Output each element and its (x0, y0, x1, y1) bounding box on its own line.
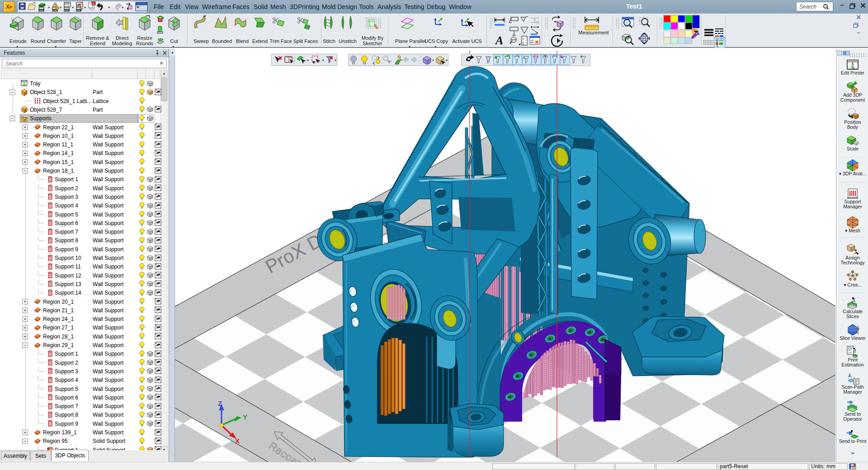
svg-text:Lattice: Lattice (93, 98, 109, 104)
svg-text:MM: MM (65, 8, 70, 11)
svg-text:Wall Support: Wall Support (93, 263, 124, 270)
svg-text:Region 27_1: Region 27_1 (43, 324, 74, 331)
svg-text:▾: ▾ (108, 5, 110, 9)
svg-text:Part: Part (93, 107, 103, 113)
svg-text:Wall Support: Wall Support (93, 273, 124, 279)
svg-text:Wall Support: Wall Support (93, 229, 124, 235)
svg-text:Support 14: Support 14 (55, 290, 81, 296)
svg-text:Wall Support: Wall Support (93, 360, 124, 366)
svg-text:▾: ▾ (446, 58, 448, 62)
svg-text:Wall Support: Wall Support (93, 299, 124, 305)
svg-text:Region 15_1: Region 15_1 (43, 159, 74, 165)
svg-text:Wall Support: Wall Support (93, 307, 124, 314)
svg-text:▾: ▾ (432, 58, 434, 62)
svg-text:A: A (495, 34, 503, 47)
svg-text:▾: ▾ (72, 5, 74, 9)
svg-text:Wall Support: Wall Support (93, 395, 124, 401)
svg-text:Region 139_1: Region 139_1 (43, 429, 77, 436)
svg-text:▾: ▾ (84, 5, 86, 9)
svg-text:Technology: Technology (840, 260, 865, 265)
svg-text:Wall Support: Wall Support (93, 316, 124, 322)
svg-text:Support 4: Support 4 (55, 202, 78, 209)
svg-text:Region 11_1: Region 11_1 (43, 141, 73, 148)
svg-text:Wall Support: Wall Support (93, 168, 124, 174)
svg-text:MM: MM (39, 8, 44, 11)
svg-text:Support 3: Support 3 (55, 194, 78, 200)
svg-text:Support 2: Support 2 (55, 360, 78, 366)
svg-text:Wall Support: Wall Support (93, 342, 124, 348)
svg-text:Y: Y (243, 413, 247, 421)
svg-text:Wall Support: Wall Support (93, 212, 124, 218)
svg-text:Operator: Operator (843, 416, 862, 422)
svg-text:Object 528_1 Latti...: Object 528_1 Latti... (43, 98, 91, 104)
svg-text:▾: ▾ (122, 5, 123, 9)
svg-text:Wall Support: Wall Support (93, 386, 124, 392)
svg-text:Wall Support: Wall Support (93, 334, 124, 340)
svg-text:Support 7: Support 7 (55, 229, 78, 235)
svg-text:Support 3: Support 3 (55, 368, 78, 375)
svg-text:Support 6: Support 6 (55, 220, 78, 226)
svg-text:Region 28_1: Region 28_1 (43, 334, 74, 340)
svg-text:z: z (523, 42, 524, 46)
svg-text:Wall Support: Wall Support (93, 124, 124, 131)
svg-text:X: X (235, 437, 240, 445)
svg-text:Region 24_1: Region 24_1 (43, 316, 74, 322)
svg-text:Region 18_1: Region 18_1 (43, 168, 74, 174)
svg-text:Manager: Manager (843, 389, 862, 395)
svg-text:Support 5: Support 5 (55, 212, 78, 218)
svg-text:Slice Viewer: Slice Viewer (840, 335, 866, 341)
svg-text:▾: ▾ (307, 58, 309, 62)
svg-text:Estimation: Estimation (841, 362, 863, 367)
svg-text:Wall Support: Wall Support (93, 246, 124, 253)
svg-text:Support 1: Support 1 (55, 351, 78, 357)
svg-text:Region 20_1: Region 20_1 (43, 299, 74, 305)
svg-text:Wall Support: Wall Support (93, 377, 124, 383)
svg-text:Wall Support: Wall Support (93, 202, 124, 209)
svg-text:Object 528_1: Object 528_1 (30, 89, 62, 95)
svg-text:Slices: Slices (846, 314, 859, 319)
svg-text:Support 10: Support 10 (55, 255, 81, 261)
svg-text:Support 9: Support 9 (55, 421, 78, 427)
svg-text:Support 11: Support 11 (55, 263, 81, 270)
svg-text:Wall Support: Wall Support (93, 141, 124, 148)
svg-text:Wall Support: Wall Support (93, 403, 124, 409)
svg-text:Support 5: Support 5 (55, 386, 78, 392)
svg-text:Wall Support: Wall Support (93, 185, 124, 192)
svg-text:▾: ▾ (322, 58, 324, 62)
svg-text:Wall Support: Wall Support (93, 412, 124, 418)
svg-text:Wall Support: Wall Support (93, 237, 124, 244)
svg-text:Wall Support: Wall Support (93, 368, 124, 375)
svg-text:A: A (531, 38, 533, 43)
svg-text:Object 528_7: Object 528_7 (30, 107, 62, 113)
svg-text:Wall Support: Wall Support (93, 429, 124, 436)
svg-text:▾ Mesh: ▾ Mesh (845, 228, 860, 233)
svg-text:Component: Component (840, 97, 865, 103)
svg-text:Support 7: Support 7 (55, 403, 78, 409)
svg-text:Wall Support: Wall Support (93, 255, 124, 261)
svg-text:Send to Print: Send to Print (839, 438, 867, 444)
svg-text:Solid Support: Solid Support (93, 438, 126, 444)
svg-text:Support 13: Support 13 (55, 281, 81, 287)
svg-text:▾ 3DP Anal...: ▾ 3DP Anal... (839, 171, 867, 176)
svg-text:Wall Support: Wall Support (93, 176, 124, 183)
svg-text:Support 9: Support 9 (55, 246, 78, 253)
svg-text:Supports: Supports (30, 115, 52, 122)
svg-text:▾: ▾ (60, 5, 61, 9)
svg-text:Wall Support: Wall Support (93, 421, 124, 427)
svg-text:Wall Support: Wall Support (93, 351, 124, 357)
svg-text:Region 29_1: Region 29_1 (43, 342, 74, 348)
svg-text:Region 21_1: Region 21_1 (43, 307, 74, 314)
svg-text:Region 22_1: Region 22_1 (43, 124, 74, 131)
svg-text:Tray: Tray (30, 80, 41, 87)
svg-text:Scale: Scale (847, 146, 859, 151)
svg-text:Wall Support: Wall Support (93, 150, 124, 156)
svg-text:▾ Crea...: ▾ Crea... (844, 282, 862, 287)
svg-text:Wall Support: Wall Support (93, 133, 124, 139)
svg-text:Support 8: Support 8 (55, 237, 78, 244)
svg-text:Support 2: Support 2 (55, 185, 78, 192)
svg-text:Wall Support: Wall Support (93, 290, 124, 296)
svg-text:▾: ▾ (48, 5, 50, 9)
svg-text:Support 4: Support 4 (55, 377, 78, 383)
svg-text:Support 1: Support 1 (55, 176, 78, 183)
svg-text:Support 12: Support 12 (55, 273, 81, 279)
